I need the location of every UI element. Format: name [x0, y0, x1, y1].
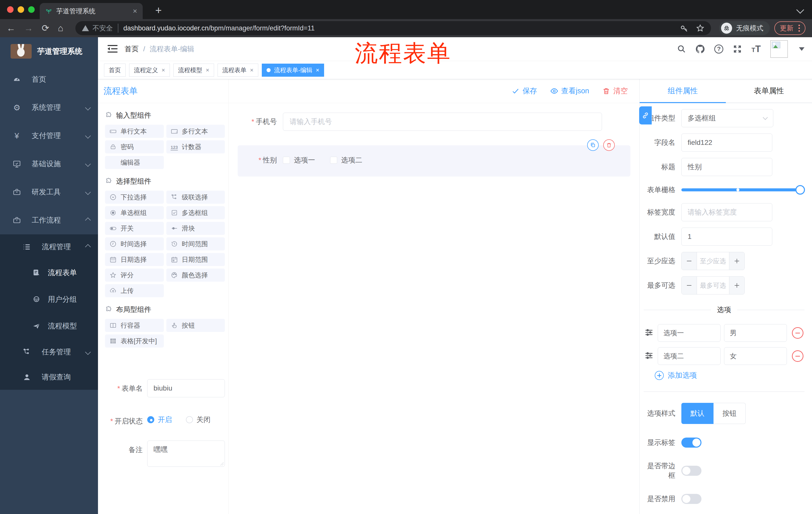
slider-handle[interactable] — [795, 185, 805, 195]
sidebar-item-process-management[interactable]: 流程管理 — [0, 234, 98, 260]
tag-close-icon[interactable]: × — [250, 67, 254, 73]
tab-form-props[interactable]: 表单属性 — [726, 79, 812, 103]
view-json-button[interactable]: 查看json — [550, 86, 589, 96]
remove-option-button[interactable] — [792, 327, 804, 339]
component-item-password[interactable]: 密码 — [105, 140, 164, 154]
browser-menu-icon[interactable] — [799, 25, 800, 32]
sidebar-item-home[interactable]: 首页 — [0, 65, 98, 93]
component-item-multi-line-text[interactable]: 多行文本 — [166, 125, 225, 138]
minimize-window-button[interactable] — [18, 6, 24, 13]
avatar[interactable] — [770, 40, 788, 58]
tag-close-icon[interactable]: × — [162, 67, 165, 73]
tag-home[interactable]: 首页 — [104, 64, 126, 77]
sidebar-item-infrastructure[interactable]: 基础设施 — [0, 150, 98, 178]
component-item-counter[interactable]: 123计数器 — [166, 140, 225, 154]
component-item-select[interactable]: 下拉选择 — [105, 191, 164, 204]
status-off-radio[interactable]: 关闭 — [186, 415, 210, 425]
style-default-button[interactable]: 默认 — [682, 403, 714, 424]
component-item-slider[interactable]: 滑块 — [166, 222, 225, 235]
avatar-caret-icon[interactable] — [799, 47, 805, 51]
form-grid-slider[interactable] — [682, 188, 801, 191]
password-key-icon[interactable] — [680, 24, 688, 32]
gender-option-1[interactable]: 选项一 — [283, 155, 315, 165]
fullscreen-icon[interactable] — [733, 45, 742, 54]
collapse-sidebar-icon[interactable] — [108, 45, 118, 53]
sidebar-item-process-model[interactable]: 流程模型 — [0, 313, 98, 340]
component-item-button[interactable]: 按钮 — [166, 319, 225, 332]
option-value-input[interactable]: 男 — [724, 324, 787, 342]
component-item-rate[interactable]: 评分 — [105, 269, 164, 282]
tag-process-form[interactable]: 流程表单× — [218, 64, 258, 77]
component-item-row-container[interactable]: 行容器 — [105, 319, 164, 332]
checkbox-icon[interactable] — [330, 157, 337, 164]
component-item-radio-group[interactable]: 单选框组 — [105, 206, 164, 219]
home-icon[interactable]: ⌂ — [58, 23, 63, 33]
component-item-date-picker[interactable]: 日期选择 — [105, 253, 164, 266]
option-label-input[interactable]: 选项二 — [658, 347, 721, 365]
component-item-switch[interactable]: 开关 — [105, 222, 164, 235]
title-input[interactable]: 性别 — [682, 158, 772, 176]
style-button-button[interactable]: 按钮 — [714, 403, 746, 424]
address-bar[interactable]: 不安全 dashboard.yudao.iocoder.cn/bpm/manag… — [76, 21, 711, 35]
tag-process-model[interactable]: 流程模型× — [173, 64, 214, 77]
sidebar-item-workflow[interactable]: 工作流程 — [0, 206, 98, 234]
default-value-input[interactable]: 1 — [682, 227, 772, 246]
sidebar-item-payment[interactable]: ¥ 支付管理 — [0, 122, 98, 150]
phone-input[interactable]: 请输入手机号 — [283, 113, 602, 131]
component-item-cascader[interactable]: 级联选择 — [166, 191, 225, 204]
sidebar-item-process-form[interactable]: 流程表单 — [0, 260, 98, 286]
gender-field-widget-selected[interactable]: *性别 选项一 选项二 — [238, 145, 630, 177]
form-name-input[interactable]: biubiu — [147, 379, 225, 397]
forward-icon[interactable]: → — [24, 23, 33, 33]
sidebar-item-system[interactable]: ⚙ 系统管理 — [0, 93, 98, 122]
phone-field-widget[interactable]: *手机号 请输入手机号 — [238, 113, 630, 131]
component-type-select[interactable]: 多选框组 — [682, 109, 773, 127]
sidebar-item-devtools[interactable]: 研发工具 — [0, 178, 98, 206]
max-select-value[interactable]: 最多可选 — [697, 277, 729, 294]
component-item-time-range[interactable]: 时间范围 — [166, 237, 225, 250]
plus-icon[interactable] — [729, 252, 745, 270]
add-option-button[interactable]: 添加选项 — [655, 371, 805, 380]
reload-icon[interactable]: ⟳ — [42, 23, 49, 33]
github-icon[interactable] — [696, 45, 705, 54]
component-item-date-range[interactable]: 日期范围 — [166, 253, 225, 266]
tag-process-form-edit[interactable]: 流程表单-编辑× — [262, 64, 324, 77]
component-item-table[interactable]: 表格[开发中] — [105, 334, 164, 348]
data-binding-tab[interactable] — [639, 106, 652, 125]
status-on-radio[interactable]: 开启 — [147, 415, 172, 425]
browser-update-button[interactable]: 更新 — [774, 21, 806, 35]
font-size-icon[interactable]: TT — [751, 44, 761, 54]
tag-close-icon[interactable]: × — [206, 67, 209, 73]
label-width-input[interactable]: 请输入标签宽度 — [682, 203, 772, 221]
breadcrumb-home[interactable]: 首页 — [125, 44, 139, 54]
save-button[interactable]: 保存 — [512, 86, 537, 96]
remove-option-button[interactable] — [792, 350, 804, 362]
component-item-upload[interactable]: 上传 — [105, 284, 164, 297]
disabled-toggle[interactable] — [682, 494, 701, 504]
zoom-window-button[interactable] — [28, 6, 35, 13]
field-name-input[interactable]: field122 — [682, 134, 772, 152]
border-toggle[interactable] — [682, 466, 701, 476]
minus-icon[interactable] — [682, 252, 697, 270]
canvas-body[interactable]: *手机号 请输入手机号 *性别 选项一 选项二 — [229, 103, 639, 514]
tab-component-props[interactable]: 组件属性 — [640, 79, 726, 103]
show-label-toggle[interactable] — [682, 437, 701, 448]
browser-tab[interactable]: 芋道管理系统 × — [40, 3, 143, 19]
component-item-editor[interactable]: 编辑器 — [105, 156, 164, 169]
min-select-value[interactable]: 至少应选 — [697, 252, 729, 270]
option-label-input[interactable]: 选项一 — [658, 324, 721, 342]
search-icon[interactable] — [677, 45, 686, 54]
drag-handle-icon[interactable] — [644, 350, 654, 362]
sidebar-item-user-groups[interactable]: 用户分组 — [0, 286, 98, 313]
close-window-button[interactable] — [7, 6, 13, 13]
component-item-single-line-text[interactable]: 单行文本 — [105, 125, 164, 138]
tag-close-icon[interactable]: × — [316, 67, 319, 73]
gender-option-2[interactable]: 选项二 — [330, 155, 362, 165]
copy-widget-button[interactable] — [587, 139, 599, 151]
drag-handle-icon[interactable] — [644, 327, 654, 339]
sidebar-item-task-management[interactable]: 任务管理 — [0, 340, 98, 364]
checkbox-icon[interactable] — [283, 157, 290, 164]
component-item-checkbox-group[interactable]: 多选框组 — [166, 206, 225, 219]
option-value-input[interactable]: 女 — [724, 347, 787, 365]
component-item-color-picker[interactable]: 颜色选择 — [166, 269, 225, 282]
